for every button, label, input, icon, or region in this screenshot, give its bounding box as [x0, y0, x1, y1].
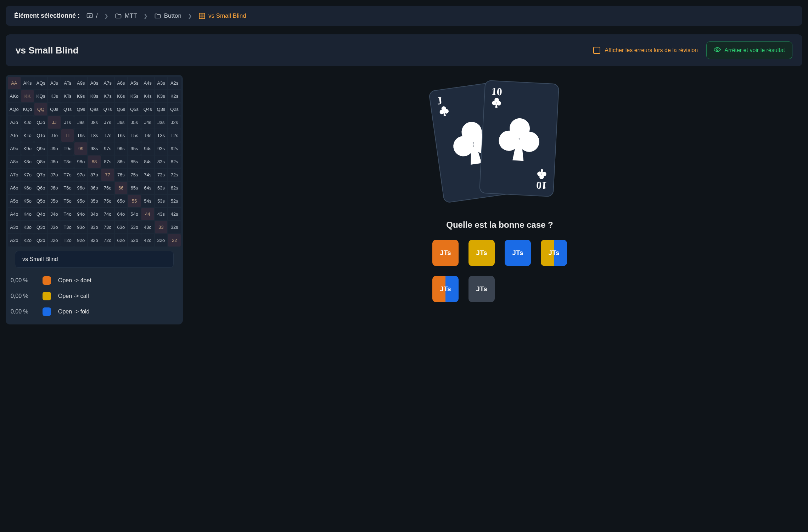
hand-cell[interactable]: K8o — [21, 155, 34, 168]
hand-cell[interactable]: 43s — [155, 208, 168, 220]
hand-cell[interactable]: Q3o — [34, 221, 47, 233]
hand-cell[interactable]: 55 — [128, 195, 141, 207]
hand-cell[interactable]: 98o — [74, 155, 87, 168]
hand-cell[interactable]: 72o — [101, 234, 114, 247]
hand-cell[interactable]: AQo — [8, 103, 21, 115]
stop-button[interactable]: Arrêter et voir le résultat — [706, 41, 792, 59]
hand-cell[interactable]: K9o — [21, 142, 34, 155]
hand-cell[interactable]: TT — [61, 129, 74, 142]
hand-cell[interactable]: 87s — [101, 155, 114, 168]
hand-cell[interactable]: T2o — [61, 234, 74, 247]
hand-cell[interactable]: T9o — [61, 142, 74, 155]
hand-cell[interactable]: 64s — [141, 182, 154, 194]
hand-cell[interactable]: T7o — [61, 169, 74, 181]
hand-cell[interactable]: 86s — [115, 155, 128, 168]
hand-cell[interactable]: Q4o — [34, 208, 47, 220]
hand-cell[interactable]: A5o — [8, 195, 21, 207]
hand-cell[interactable]: K5s — [128, 90, 141, 102]
hand-cell[interactable]: A6o — [8, 182, 21, 194]
hand-cell[interactable]: Q4s — [141, 103, 154, 115]
hand-cell[interactable]: T4o — [61, 208, 74, 220]
hand-cell[interactable]: Q9o — [34, 142, 47, 155]
hand-cell[interactable]: 73s — [155, 169, 168, 181]
hand-cell[interactable]: 52o — [128, 234, 141, 247]
hand-cell[interactable]: AKo — [8, 90, 21, 102]
hand-cell[interactable]: JTo — [48, 129, 61, 142]
hand-cell[interactable]: J6s — [115, 116, 128, 129]
hand-cell[interactable]: K6s — [115, 90, 128, 102]
hand-cell[interactable]: A8o — [8, 155, 21, 168]
hand-cell[interactable]: 76o — [101, 182, 114, 194]
hand-cell[interactable]: 43o — [141, 221, 154, 233]
hand-cell[interactable]: QTs — [61, 103, 74, 115]
hand-cell[interactable]: Q9s — [74, 103, 87, 115]
hand-cell[interactable]: K5o — [21, 195, 34, 207]
hand-cell[interactable]: JJ — [48, 116, 61, 129]
hand-cell[interactable]: QJo — [34, 116, 47, 129]
hand-cell[interactable]: 88 — [88, 155, 101, 168]
hand-cell[interactable]: T7s — [101, 129, 114, 142]
breadcrumb-item-button[interactable]: Button — [154, 12, 181, 19]
hand-cell[interactable]: A4o — [8, 208, 21, 220]
hand-cell[interactable]: 22 — [168, 234, 181, 247]
hand-cell[interactable]: T4s — [141, 129, 154, 142]
hand-cell[interactable]: 92s — [168, 142, 181, 155]
hand-cell[interactable]: A9o — [8, 142, 21, 155]
hand-cell[interactable]: Q6o — [34, 182, 47, 194]
hand-cell[interactable]: 97o — [74, 169, 87, 181]
hand-cell[interactable]: A3s — [155, 77, 168, 89]
hand-cell[interactable]: 94s — [141, 142, 154, 155]
hand-cell[interactable]: AA — [8, 77, 21, 89]
hand-cell[interactable]: KJo — [21, 116, 34, 129]
hand-cell[interactable]: K7s — [101, 90, 114, 102]
hand-cell[interactable]: K4o — [21, 208, 34, 220]
hand-cell[interactable]: 52s — [168, 195, 181, 207]
hand-cell[interactable]: JTs — [61, 116, 74, 129]
hand-cell[interactable]: J7s — [101, 116, 114, 129]
hand-cell[interactable]: 66 — [115, 182, 128, 194]
hand-cell[interactable]: T5o — [61, 195, 74, 207]
hand-cell[interactable]: 44 — [141, 208, 154, 220]
hand-cell[interactable]: 99 — [74, 142, 87, 155]
hand-cell[interactable]: 72s — [168, 169, 181, 181]
hand-cell[interactable]: T3o — [61, 221, 74, 233]
hand-cell[interactable]: 42o — [141, 234, 154, 247]
hand-cell[interactable]: A5s — [128, 77, 141, 89]
hand-cell[interactable]: 53s — [155, 195, 168, 207]
hand-cell[interactable]: A3o — [8, 221, 21, 233]
hand-cell[interactable]: T6o — [61, 182, 74, 194]
hand-cell[interactable]: Q3s — [155, 103, 168, 115]
hand-cell[interactable]: 64o — [115, 208, 128, 220]
hand-cell[interactable]: 98s — [88, 142, 101, 155]
hand-cell[interactable]: J8o — [48, 155, 61, 168]
hand-cell[interactable]: A7s — [101, 77, 114, 89]
hand-cell[interactable]: AJs — [48, 77, 61, 89]
hand-cell[interactable]: 94o — [74, 208, 87, 220]
hand-cell[interactable]: 95o — [74, 195, 87, 207]
answer-option[interactable]: JTs — [468, 240, 495, 266]
hand-cell[interactable]: 84s — [141, 155, 154, 168]
hand-cell[interactable]: J5o — [48, 195, 61, 207]
hand-cell[interactable]: T2s — [168, 129, 181, 142]
hand-cell[interactable]: 85s — [128, 155, 141, 168]
hand-cell[interactable]: 62o — [115, 234, 128, 247]
hand-cell[interactable]: 85o — [88, 195, 101, 207]
hand-cell[interactable]: 75s — [128, 169, 141, 181]
hand-cell[interactable]: Q2o — [34, 234, 47, 247]
hand-cell[interactable]: J6o — [48, 182, 61, 194]
hand-cell[interactable]: A2s — [168, 77, 181, 89]
hand-cell[interactable]: K2o — [21, 234, 34, 247]
hand-cell[interactable]: 86o — [88, 182, 101, 194]
hand-cell[interactable]: 73o — [101, 221, 114, 233]
hand-cell[interactable]: J7o — [48, 169, 61, 181]
hand-cell[interactable]: 33 — [155, 221, 168, 233]
hand-cell[interactable]: 84o — [88, 208, 101, 220]
hand-cell[interactable]: 96o — [74, 182, 87, 194]
hand-cell[interactable]: 74s — [141, 169, 154, 181]
hand-cell[interactable]: AJo — [8, 116, 21, 129]
hand-cell[interactable]: KTo — [21, 129, 34, 142]
hand-cell[interactable]: QTo — [34, 129, 47, 142]
breadcrumb-root[interactable]: / — [86, 12, 98, 19]
hand-cell[interactable]: J9o — [48, 142, 61, 155]
hand-cell[interactable]: 93s — [155, 142, 168, 155]
